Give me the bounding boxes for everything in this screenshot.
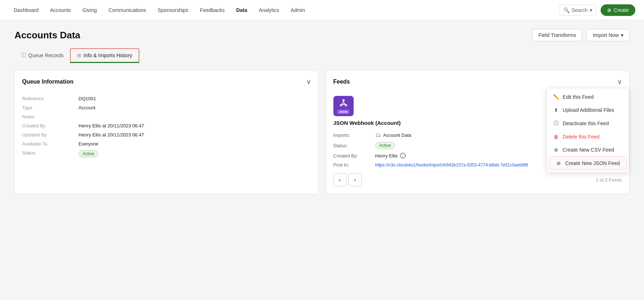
search-icon: 🔍: [563, 7, 570, 13]
page-title: Accounts Data: [14, 30, 80, 41]
dropdown-delete-label: Delete this Feed: [563, 134, 600, 140]
create-csv-icon: ⊕: [553, 147, 559, 153]
feed-pagination: ‹ › 1 of 2 Feeds: [333, 173, 622, 186]
dropdown-deactivate-feed[interactable]: ⓘ Deactivate this Feed: [547, 117, 629, 130]
tab-queue-records[interactable]: ⓘ Queue Records: [14, 48, 70, 63]
search-label: Search: [572, 7, 588, 13]
status-label: Status: [22, 150, 73, 156]
pagination-buttons: ‹ ›: [333, 173, 362, 186]
feeds-title: Feeds: [333, 79, 350, 85]
queue-info-card: Queue Information ∨ Reference DQ1001 Typ…: [14, 70, 319, 194]
account-data-icon: 🗂: [375, 132, 381, 138]
create-label: Create: [614, 7, 629, 13]
nav-items: Dashboard Accounts Giving Communications…: [9, 4, 559, 16]
available-to-label: Available To: [22, 141, 73, 147]
updated-by-label: Updated By: [22, 132, 73, 138]
dropdown-edit-feed[interactable]: ✏️ Edit this Feed: [547, 90, 629, 103]
queue-info-title: Queue Information: [22, 79, 73, 85]
plus-circle-icon: ⊕: [607, 7, 611, 13]
create-button[interactable]: ⊕ Create: [601, 4, 635, 16]
prev-feed-button[interactable]: ‹: [333, 173, 346, 186]
delete-icon: 🗑: [553, 134, 559, 140]
tab-info-imports-label: Info & Imports History: [84, 52, 132, 58]
nav-communications[interactable]: Communications: [103, 4, 151, 16]
tab-queue-records-label: Queue Records: [28, 52, 64, 58]
webhook-icon-wrap: JSON: [333, 96, 354, 116]
nav-sponsorships[interactable]: Sponsorships: [153, 4, 193, 16]
queue-info-table: Reference DQ1001 Type Account Notes Crea…: [22, 96, 311, 157]
header-actions: Field Transforms Import Now ▾: [532, 29, 630, 41]
dropdown-upload-label: Upload Additional Files: [563, 107, 614, 113]
type-value: Account: [78, 105, 311, 110]
info-circle-icon: ⓘ: [21, 52, 26, 59]
dropdown-create-csv-label: Create New CSV Feed: [563, 147, 614, 153]
upload-icon: ⬆: [553, 107, 559, 113]
page-content: Accounts Data Field Transforms Import No…: [0, 20, 644, 203]
feed-status-badge: Active: [375, 142, 395, 149]
queue-info-collapse-button[interactable]: ∨: [306, 78, 311, 86]
notes-label: Notes: [22, 114, 73, 119]
queue-info-header: Queue Information ∨: [22, 78, 311, 90]
created-by-value: Henry Ellis at 20/11/2023 06:47: [78, 123, 311, 128]
reference-value: DQ1001: [78, 96, 311, 101]
pagination-info: 1 of 2 Feeds: [596, 177, 622, 183]
dropdown-create-json-label: Create New JSON Feed: [565, 160, 620, 166]
nav-admin[interactable]: Admin: [286, 4, 310, 16]
dropdown-edit-label: Edit this Feed: [563, 94, 594, 100]
main-nav: Dashboard Accounts Giving Communications…: [0, 0, 644, 20]
dropdown-create-csv-feed[interactable]: ⊕ Create New CSV Feed: [547, 143, 629, 156]
dropdown-delete-feed[interactable]: 🗑 Delete this Feed: [547, 130, 629, 143]
available-to-value: Everyone: [78, 141, 311, 147]
feeds-collapse-button[interactable]: ∨: [617, 78, 622, 86]
feed-status-label: Status:: [333, 143, 370, 148]
tab-info-imports-history[interactable]: ⊞ Info & Imports History: [70, 48, 139, 63]
deactivate-icon: ⓘ: [553, 120, 559, 127]
feeds-card: Feeds ∨ JSON JSON Webhook (Acc: [326, 70, 630, 194]
webhook-icon: [339, 98, 348, 109]
import-now-button[interactable]: Import Now ▾: [587, 29, 630, 41]
nav-giving[interactable]: Giving: [77, 4, 102, 16]
create-json-icon: ⊕: [556, 160, 562, 166]
post-to-label: Post to:: [333, 162, 370, 168]
updated-by-value: Henry Ellis at 20/11/2023 06:47: [78, 132, 311, 138]
edit-icon: ✏️: [553, 94, 559, 100]
search-button[interactable]: 🔍 Search ▾: [559, 5, 596, 16]
page-header: Accounts Data Field Transforms Import No…: [14, 29, 630, 41]
type-label: Type: [22, 105, 73, 110]
json-badge: JSON: [337, 110, 349, 114]
feeds-dropdown-menu: ✏️ Edit this Feed ⬆ Upload Additional Fi…: [546, 88, 629, 173]
tab-bar: ⓘ Queue Records ⊞ Info & Imports History: [14, 48, 630, 63]
import-now-label: Import Now: [593, 32, 619, 38]
reference-label: Reference: [22, 96, 73, 101]
dropdown-upload-files[interactable]: ⬆ Upload Additional Files: [547, 103, 629, 117]
imports-label: Imports:: [333, 132, 370, 138]
search-chevron-icon: ▾: [590, 7, 592, 13]
dropdown-deactivate-label: Deactivate this Feed: [563, 121, 609, 126]
dropdown-create-json-feed[interactable]: ⊕ Create New JSON Feed: [549, 156, 627, 170]
table-icon: ⊞: [77, 52, 81, 58]
info-icon[interactable]: i: [400, 153, 406, 159]
nav-accounts[interactable]: Accounts: [45, 4, 76, 16]
nav-dashboard[interactable]: Dashboard: [9, 4, 44, 16]
nav-feedbacks[interactable]: Feedbacks: [195, 4, 230, 16]
field-transforms-button[interactable]: Field Transforms: [532, 29, 582, 41]
chevron-down-icon: ▾: [621, 32, 623, 38]
nav-analytics[interactable]: Analytics: [254, 4, 284, 16]
nav-right: 🔍 Search ▾ ⊕ Create: [559, 4, 635, 16]
status-badge: Active: [78, 150, 98, 157]
feed-created-by-label: Created By:: [333, 153, 370, 159]
status-value: Active: [78, 150, 311, 157]
next-feed-button[interactable]: ›: [349, 173, 362, 186]
created-by-label: Created By: [22, 123, 73, 128]
nav-data[interactable]: Data: [231, 4, 252, 16]
content-grid: Queue Information ∨ Reference DQ1001 Typ…: [14, 70, 630, 194]
